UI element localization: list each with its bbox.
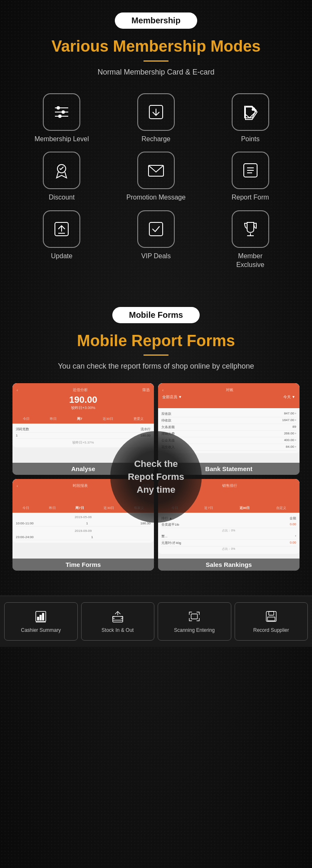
sales-tab-3[interactable]: 近30日 bbox=[240, 506, 250, 510]
sales-product-1: 全卖超平1lb bbox=[161, 522, 179, 527]
svg-point-5 bbox=[58, 115, 62, 118]
nav-cashier-summary[interactable]: Cashier Summary bbox=[4, 602, 78, 641]
time-tab-5[interactable]: 每家义 bbox=[134, 506, 144, 510]
sales-rankings-screen-card: ‹ 销售排行 今日 近7日 近30日 自定义 bbox=[158, 479, 300, 571]
sales-tab-1[interactable]: 今日 bbox=[171, 506, 178, 510]
sales-val-2: › bbox=[295, 534, 296, 539]
sales-tab-2[interactable]: 近7日 bbox=[204, 506, 213, 510]
bank-label-6: 花生收入 bbox=[161, 445, 175, 449]
bank-back[interactable]: ‹ bbox=[162, 388, 163, 392]
time-body: 2019-05-06 10:00-11:00 1 186.30 2019-09-… bbox=[12, 513, 154, 543]
time-title: 时段报表 bbox=[73, 483, 88, 489]
svg-rect-23 bbox=[37, 617, 39, 621]
member-exclusive-label: MemberExclusive bbox=[236, 252, 265, 269]
tab-zuori[interactable]: 昨日 bbox=[50, 417, 57, 421]
screenshots-wrapper: ‹ 近偿分析 筛选 190.00 较昨日+3.00% 今日 昨日 周7 近30日 bbox=[8, 383, 304, 571]
label-xiaohao-bishu: 消耗笔数 bbox=[16, 427, 29, 432]
time-tab-1[interactable]: 今日 bbox=[22, 506, 29, 510]
nav-stock-in-out[interactable]: Stock In & Out bbox=[81, 602, 155, 641]
time-back[interactable]: ‹ bbox=[17, 484, 18, 488]
upload-box-icon bbox=[110, 609, 125, 624]
svg-point-4 bbox=[62, 110, 65, 114]
time-action[interactable]: 筛选 bbox=[142, 483, 150, 489]
update-label: Update bbox=[51, 252, 73, 261]
analyse-header: ‹ 近偿分析 筛选 190.00 较昨日+3.00% bbox=[12, 383, 154, 415]
report-form-label: Report Form bbox=[232, 193, 269, 202]
points-icon-box bbox=[232, 93, 269, 131]
vip-deals-label: VIP Deals bbox=[141, 252, 171, 261]
discount-icon-box bbox=[43, 152, 80, 189]
value-1: 1 bbox=[16, 434, 17, 437]
nav-scanning-entering[interactable]: Scanning Entering bbox=[158, 602, 231, 641]
sales-tab-4[interactable]: 自定义 bbox=[276, 506, 286, 510]
time-tab-2[interactable]: 昨日 bbox=[49, 506, 56, 510]
membership-title: Various Membership Modes bbox=[8, 37, 304, 56]
svg-rect-33 bbox=[267, 617, 275, 621]
time-date-2: 2019-09-09 bbox=[16, 529, 151, 533]
col-sales: 金额 bbox=[290, 516, 296, 521]
discount-label: Discount bbox=[49, 193, 74, 202]
bank-val-5: 400.00 › bbox=[284, 438, 296, 443]
mobile-forms-section: Mobile Forms Mobile Report Forms You can… bbox=[0, 290, 312, 588]
award-icon bbox=[52, 160, 72, 180]
time-forms-label-overlay: Time Forms bbox=[12, 559, 154, 571]
download-box-icon bbox=[146, 102, 166, 122]
tab-jiri[interactable]: 今日 bbox=[23, 417, 30, 421]
save-icon bbox=[264, 609, 279, 624]
icon-item-promotion-message[interactable]: Promotion Message bbox=[111, 152, 201, 202]
time-count-2: 1 bbox=[91, 535, 93, 539]
time-slot-2: 23:00-24:00 bbox=[16, 535, 34, 539]
scanning-entering-label: Scanning Entering bbox=[174, 627, 215, 634]
sales-val-3: 0.00 bbox=[290, 541, 296, 545]
icon-item-membership-level[interactable]: Membership Level bbox=[17, 93, 107, 144]
analyse-tab-row: 今日 昨日 周7 近30日 更爱义 bbox=[12, 415, 154, 424]
time-tab-3[interactable]: 周7日 bbox=[75, 506, 84, 510]
bank-dropdown[interactable]: 全部店员 ▼ bbox=[162, 394, 182, 400]
icon-item-update[interactable]: Update bbox=[17, 210, 107, 269]
vip-deals-icon-box bbox=[137, 210, 175, 248]
time-forms-screen: ‹ 时段报表 筛选 今日 昨日 周7日 近30日 每家义 bbox=[12, 479, 154, 543]
analyse-screen-title: 近偿分析 bbox=[73, 387, 88, 393]
icon-item-discount[interactable]: Discount bbox=[17, 152, 107, 202]
value-180: 180.00 bbox=[141, 434, 151, 437]
analyse-row-2: 1 180.00 bbox=[16, 433, 151, 439]
sales-header-row: 排行 ▲ 金额 bbox=[161, 515, 296, 521]
col-rank-name: 排行 ▲ bbox=[161, 516, 172, 521]
time-tab-row: 今日 昨日 周7日 近30日 每家义 bbox=[12, 504, 154, 513]
bank-body: 应收款 847.00 › 待收款 1647.00 › 欠条差额 89 bbox=[158, 408, 300, 453]
sales-percent-3: 占比：0% bbox=[161, 546, 296, 551]
bank-label-3: 欠条差额 bbox=[161, 425, 175, 429]
analyse-label-overlay: Analyse bbox=[12, 463, 154, 475]
icon-item-points[interactable]: Points bbox=[205, 93, 295, 144]
analyse-action[interactable]: 筛选 bbox=[142, 387, 150, 393]
bank-statement-screen: ‹ 对账 全部店员 ▼ 今天 ▼ 应收款 bbox=[158, 383, 300, 453]
icon-item-recharge[interactable]: Recharge bbox=[111, 93, 201, 144]
icon-item-report-form[interactable]: Report Form bbox=[205, 152, 295, 202]
cashier-summary-label: Cashier Summary bbox=[21, 627, 61, 634]
icon-item-vip-deals[interactable]: VIP Deals bbox=[111, 210, 201, 269]
tab-zhou7[interactable]: 周7 bbox=[77, 417, 82, 421]
time-tab-4[interactable]: 近30日 bbox=[104, 506, 114, 510]
sliders-icon bbox=[52, 102, 72, 122]
svg-rect-25 bbox=[42, 614, 44, 621]
bank-val-2: 1647.00 › bbox=[282, 418, 296, 423]
nav-record-supplier[interactable]: Record Supplier bbox=[235, 602, 308, 641]
icon-item-member-exclusive[interactable]: MemberExclusive bbox=[205, 210, 295, 269]
svg-point-3 bbox=[57, 106, 60, 110]
sales-back[interactable]: ‹ bbox=[162, 484, 163, 488]
bank-label-5: 公众充值 bbox=[161, 438, 175, 443]
label-liushui: 流水行 bbox=[141, 427, 151, 432]
tab-gengduoyi[interactable]: 更爱义 bbox=[134, 417, 144, 421]
bank-row-5: 公众充值 400.00 › bbox=[161, 437, 296, 444]
bank-val-4: 268.00 › bbox=[284, 432, 296, 436]
bank-val-3: 89 bbox=[292, 425, 296, 429]
sales-row-2: 蟹... › bbox=[161, 533, 296, 540]
analyse-back-arrow[interactable]: ‹ bbox=[17, 388, 18, 392]
time-count-1: 1 bbox=[86, 521, 88, 525]
svg-rect-24 bbox=[40, 615, 42, 620]
time-header: ‹ 时段报表 筛选 bbox=[12, 479, 154, 504]
bank-date[interactable]: 今天 ▼ bbox=[283, 394, 295, 400]
analyse-amount-sub: 较昨日+3.00% bbox=[17, 405, 150, 411]
bank-val-6: 84.00 › bbox=[286, 445, 296, 449]
tab-jin30[interactable]: 近30日 bbox=[103, 417, 113, 421]
